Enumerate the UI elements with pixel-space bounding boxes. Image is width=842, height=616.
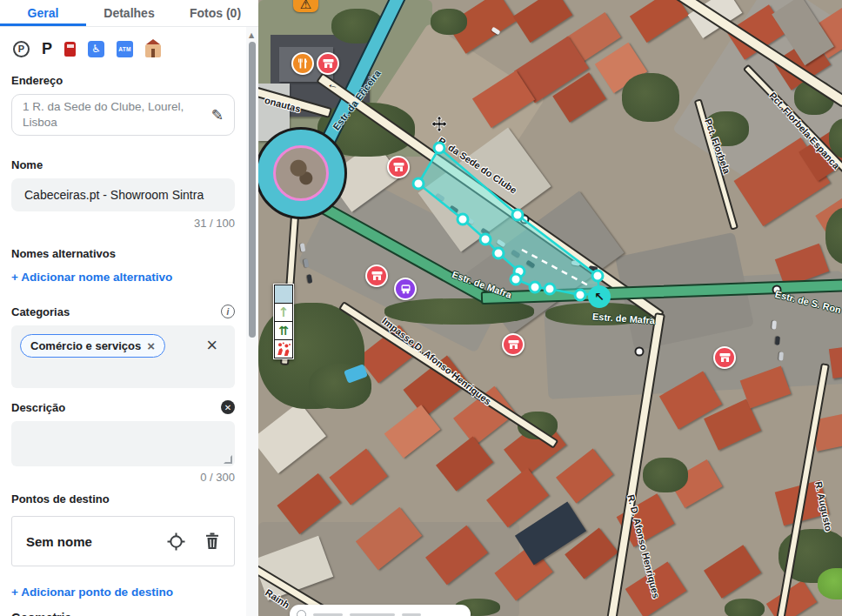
info-icon[interactable]: i — [221, 305, 235, 318]
category-chip-label: Comércio e serviços — [30, 339, 141, 352]
name-value: Cabeceiras.pt - Showroom Sintra — [24, 188, 204, 202]
poi-pin-layer — [258, 0, 842, 616]
app-window: Geral Detalhes Fotos (0) P P ♿ ATM Ender… — [0, 0, 842, 616]
address-field[interactable]: 1 R. da Sede do Clube, Lourel, Lisboa ✎ — [11, 94, 235, 136]
attribute-icon-row: P P ♿ ATM — [13, 39, 235, 58]
scrollbar-thumb[interactable] — [249, 42, 256, 338]
clear-description-icon[interactable]: ✕ — [221, 400, 235, 414]
parking-icon[interactable]: P — [42, 40, 52, 58]
description-textarea[interactable] — [11, 421, 235, 466]
alt-names-label: Nomes alternativos — [11, 247, 235, 260]
map-attribution-pill[interactable] — [290, 605, 471, 616]
scrollbar-up-arrow[interactable]: ▲ — [249, 31, 254, 39]
warning-icon[interactable]: ⚠ — [293, 0, 318, 12]
description-label: Descrição — [11, 401, 65, 414]
address-label: Endereço — [11, 74, 235, 87]
address-value: 1 R. da Sede do Clube, Lourel, Lisboa — [23, 99, 204, 131]
accessibility-icon[interactable]: ♿ — [88, 41, 104, 57]
name-label: Nome — [11, 158, 235, 171]
attribution-icon — [297, 610, 306, 616]
destination-point-name: Sem nome — [26, 534, 92, 549]
geometry-section-label: Geometria — [11, 611, 235, 616]
poi-pin-store-icon[interactable] — [713, 346, 736, 369]
poi-pin-store-icon[interactable] — [317, 52, 339, 75]
name-field[interactable]: Cabeceiras.pt - Showroom Sintra — [11, 178, 235, 211]
edit-pencil-icon[interactable]: ✎ — [211, 105, 224, 125]
route-legend-widget[interactable]: ↑ ⇈ — [273, 284, 294, 359]
poi-pin-store-icon[interactable] — [502, 333, 525, 356]
add-destination-point-link[interactable]: + Adicionar ponto de destino — [11, 586, 235, 599]
poi-pin-transport-icon[interactable] — [394, 278, 417, 300]
panel-scrollbar[interactable]: ▲ — [246, 27, 258, 616]
parking-circle-icon[interactable]: P — [13, 41, 30, 57]
fuel-icon[interactable] — [64, 42, 76, 57]
legend-cell-pedestrians-icon — [274, 339, 293, 358]
tab-fotos[interactable]: Fotos (0) — [172, 0, 258, 26]
categories-label: Categorias — [11, 305, 70, 318]
categories-box[interactable]: Comércio e serviços × × — [11, 325, 235, 388]
destination-points-label: Pontos de destino — [11, 492, 235, 506]
description-char-counter: 0 / 300 — [11, 471, 235, 484]
church-icon[interactable] — [145, 44, 161, 57]
tab-geral[interactable]: Geral — [0, 0, 86, 26]
poi-pin-store-icon[interactable] — [365, 264, 388, 287]
poi-pin-store-icon[interactable] — [387, 156, 410, 178]
legend-cell-blue — [274, 285, 293, 304]
name-char-counter: 31 / 100 — [11, 217, 235, 230]
crosshair-icon[interactable] — [167, 532, 185, 551]
atm-icon[interactable]: ATM — [117, 41, 133, 57]
legend-cell-double-arrow-icon: ⇈ — [274, 321, 293, 340]
tab-detalhes[interactable]: Detalhes — [86, 0, 172, 26]
add-alt-name-link[interactable]: + Adicionar nome alternativo — [11, 271, 235, 284]
poi-pin-restaurant-icon[interactable] — [291, 52, 314, 75]
legend-cell-arrow-icon: ↑ — [274, 303, 293, 322]
clear-categories-icon[interactable]: × — [206, 336, 217, 355]
panel-tabs: Geral Detalhes Fotos (0) — [0, 0, 258, 27]
trash-icon[interactable] — [204, 532, 220, 550]
panel-scroll-area: P P ♿ ATM Endereço 1 R. da Sede do Clube… — [0, 39, 246, 616]
map-canvas[interactable]: ← Estr. da EriceiraonautasR. da Sede do … — [258, 0, 842, 616]
edit-panel: Geral Detalhes Fotos (0) P P ♿ ATM Ender… — [0, 0, 258, 616]
category-chip[interactable]: Comércio e serviços × — [20, 334, 165, 358]
destination-point-card[interactable]: Sem nome — [11, 516, 235, 566]
chip-remove-icon[interactable]: × — [147, 339, 155, 352]
